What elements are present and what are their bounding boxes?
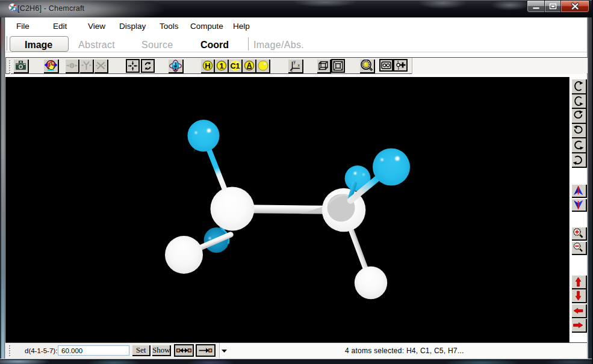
- svg-text:C1: C1: [231, 62, 240, 70]
- svg-text:y: y: [294, 60, 296, 64]
- svg-text:x: x: [298, 63, 300, 67]
- svg-text:1: 1: [219, 61, 223, 70]
- svg-text:z: z: [291, 68, 293, 72]
- svg-text:H: H: [205, 61, 210, 70]
